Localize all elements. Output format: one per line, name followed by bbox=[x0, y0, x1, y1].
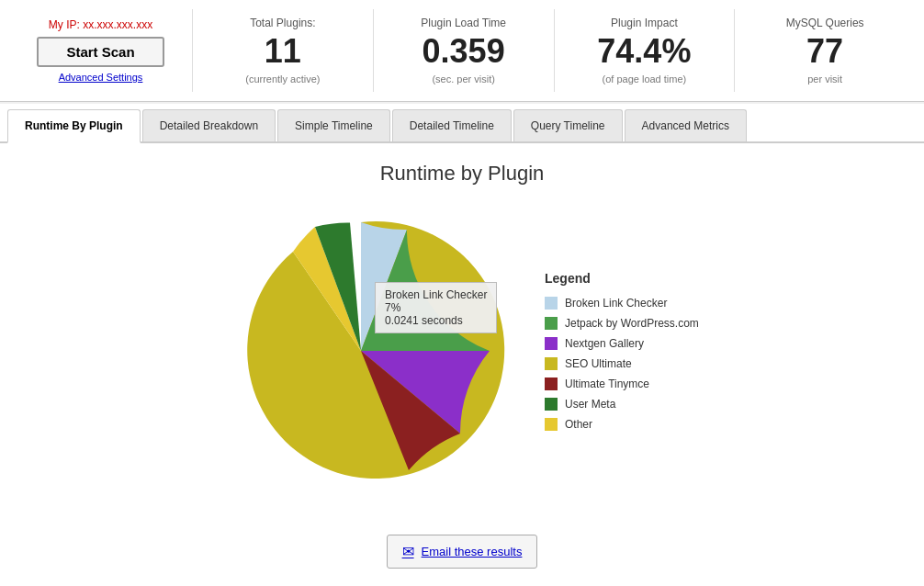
chart-area: Broken Link Checker 7% 0.0241 seconds Le… bbox=[18, 204, 906, 498]
main-content: Runtime by Plugin bbox=[0, 143, 924, 586]
metric-total-plugins: Total Plugins: 11 (currently active) bbox=[193, 9, 374, 92]
tabs-bar: Runtime By Plugin Detailed Breakdown Sim… bbox=[0, 104, 924, 143]
top-bar: My IP: xx.xxx.xxx.xxx Start Scan Advance… bbox=[0, 0, 924, 102]
legend-label-jetpack: Jetpack by WordPress.com bbox=[565, 317, 699, 330]
tab-detailed-timeline[interactable]: Detailed Timeline bbox=[392, 109, 512, 141]
metric-load-time-sub: (sec. per visit) bbox=[432, 73, 494, 85]
chart-legend: Legend Broken Link Checker Jetpack by Wo… bbox=[545, 271, 710, 431]
metric-plugin-impact-label: Plugin Impact bbox=[611, 17, 678, 29]
pie-chart-svg bbox=[214, 204, 508, 498]
email-results-button[interactable]: ✉ Email these results bbox=[387, 535, 538, 569]
legend-title: Legend bbox=[545, 271, 710, 286]
legend-label-ultimate-tinymce: Ultimate Tinymce bbox=[565, 378, 649, 390]
my-ip-label: My IP: xx.xxx.xxx.xxx bbox=[49, 18, 152, 31]
metric-plugin-impact-value: 74.4% bbox=[597, 33, 691, 70]
metric-plugin-impact-sub: (of page load time) bbox=[603, 73, 687, 85]
start-scan-button[interactable]: Start Scan bbox=[37, 37, 163, 67]
legend-item-2: Nextgen Gallery bbox=[545, 337, 710, 350]
pie-chart-container: Broken Link Checker 7% 0.0241 seconds bbox=[214, 204, 508, 498]
legend-color-user-meta bbox=[545, 398, 558, 411]
legend-color-nextgen bbox=[545, 337, 558, 350]
legend-item-6: Other bbox=[545, 418, 710, 431]
metric-load-time-label: Plugin Load Time bbox=[421, 17, 506, 29]
metric-plugin-impact: Plugin Impact 74.4% (of page load time) bbox=[555, 9, 736, 92]
metric-load-time-value: 0.359 bbox=[423, 33, 505, 70]
legend-color-seo bbox=[545, 357, 558, 370]
email-button-label: Email these results bbox=[422, 545, 523, 558]
metric-load-time: Plugin Load Time 0.359 (sec. per visit) bbox=[374, 9, 555, 92]
legend-label-nextgen: Nextgen Gallery bbox=[565, 337, 644, 350]
metric-mysql-queries-value: 77 bbox=[806, 33, 843, 70]
legend-color-ultimate-tinymce bbox=[545, 378, 558, 390]
legend-item-4: Ultimate Tinymce bbox=[545, 378, 710, 390]
metric-mysql-queries-label: MySQL Queries bbox=[786, 17, 864, 29]
email-icon: ✉ bbox=[402, 543, 414, 560]
tab-advanced-metrics[interactable]: Advanced Metrics bbox=[625, 109, 747, 141]
advanced-settings-link[interactable]: Advanced Settings bbox=[59, 72, 143, 83]
top-left-panel: My IP: xx.xxx.xxx.xxx Start Scan Advance… bbox=[9, 9, 193, 92]
legend-item-0: Broken Link Checker bbox=[545, 297, 710, 310]
metric-total-plugins-sub: (currently active) bbox=[245, 73, 320, 85]
legend-item-5: User Meta bbox=[545, 398, 710, 411]
tab-detailed-breakdown[interactable]: Detailed Breakdown bbox=[142, 109, 276, 141]
metric-total-plugins-label: Total Plugins: bbox=[250, 17, 315, 29]
legend-color-jetpack bbox=[545, 317, 558, 330]
legend-label-broken-link-checker: Broken Link Checker bbox=[565, 297, 667, 310]
tab-runtime-by-plugin[interactable]: Runtime By Plugin bbox=[7, 109, 141, 143]
legend-item-1: Jetpack by WordPress.com bbox=[545, 317, 710, 330]
chart-title: Runtime by Plugin bbox=[18, 162, 906, 186]
tab-simple-timeline[interactable]: Simple Timeline bbox=[277, 109, 390, 141]
tab-query-timeline[interactable]: Query Timeline bbox=[513, 109, 623, 141]
metric-mysql-queries-sub: per visit bbox=[807, 73, 842, 85]
legend-label-other: Other bbox=[565, 418, 592, 431]
email-section: ✉ Email these results bbox=[18, 525, 906, 578]
legend-label-seo: SEO Ultimate bbox=[565, 357, 632, 370]
metric-total-plugins-value: 11 bbox=[265, 33, 301, 70]
metric-mysql-queries: MySQL Queries 77 per visit bbox=[735, 9, 915, 92]
legend-color-other bbox=[545, 418, 558, 431]
legend-item-3: SEO Ultimate bbox=[545, 357, 710, 370]
legend-color-broken-link-checker bbox=[545, 297, 558, 310]
legend-label-user-meta: User Meta bbox=[565, 398, 615, 411]
